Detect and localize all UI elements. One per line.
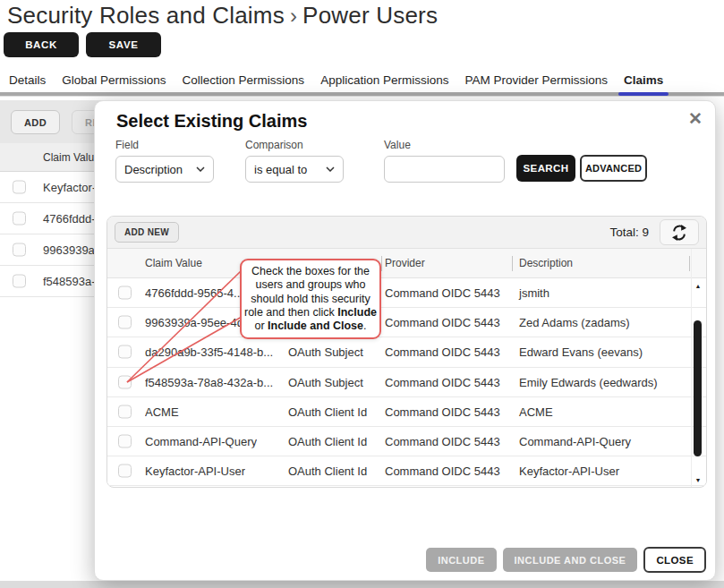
refresh-icon	[670, 224, 688, 242]
claims-grid: ADD NEW Total: 9 Claim Value Claim Type …	[106, 216, 707, 488]
claim-value-cell: 9963939a-95ee-4d...	[145, 316, 253, 329]
header-actions: BACK SAVE	[4, 32, 161, 57]
field-select[interactable]: Description	[115, 156, 214, 183]
include-button[interactable]: INCLUDE	[426, 548, 496, 572]
field-label: Field	[115, 139, 214, 151]
close-button[interactable]: CLOSE	[643, 547, 706, 573]
claim-value-cell: Command-API-Query	[145, 435, 257, 448]
row-checkbox[interactable]	[118, 435, 132, 448]
column-divider	[512, 256, 513, 271]
grid-toolbar: ADD NEW Total: 9	[107, 217, 706, 249]
table-row: 4766fddd-9565-4... OAuth Subject Command…	[107, 278, 706, 308]
grid-header-row: Claim Value Claim Type Provider Descript…	[107, 249, 706, 278]
tab-claims[interactable]: Claims	[624, 73, 663, 92]
page-title: Security Roles and Claims›Power Users	[7, 2, 438, 30]
scroll-down-icon[interactable]: ▼	[693, 477, 703, 483]
value-filter-group: Value	[384, 139, 505, 183]
row-checkbox[interactable]	[13, 243, 26, 257]
breadcrumb-root: Security Roles and Claims	[7, 2, 285, 29]
app-root: Security Roles and Claims›Power Users BA…	[0, 0, 724, 588]
provider-cell: Command OIDC 5443	[385, 345, 500, 359]
field-filter-group: Field Description	[115, 139, 214, 183]
column-divider	[381, 256, 382, 271]
tab-global-permissions[interactable]: Global Permissions	[62, 73, 166, 92]
claim-type-cell: OAuth Subject	[288, 345, 363, 359]
row-checkbox[interactable]	[118, 316, 132, 329]
claim-type-cell: OAuth Client Id	[288, 464, 367, 478]
claim-value-cell: Keyfactor-	[43, 181, 96, 194]
value-input[interactable]	[384, 156, 505, 183]
table-scrollbar[interactable]: ▲ ▼	[693, 283, 703, 483]
row-checkbox[interactable]	[118, 345, 132, 359]
claim-value-cell: 4766fddd-	[43, 212, 96, 226]
table-row: Keyfactor-API-User OAuth Client Id Comma…	[107, 456, 706, 486]
row-checkbox[interactable]	[118, 464, 132, 478]
add-button[interactable]: ADD	[11, 110, 60, 134]
row-checkbox[interactable]	[118, 375, 132, 388]
tab-bar: Details Global Permissions Collection Pe…	[9, 73, 663, 92]
claim-value-cell: ACME	[145, 405, 179, 418]
description-cell: Keyfactor-API-User	[519, 464, 619, 478]
annotation-bold-include: Include	[337, 306, 377, 319]
column-provider: Provider	[385, 257, 425, 269]
chevron-down-icon	[326, 166, 335, 172]
column-claim-value: Claim Value	[43, 151, 100, 164]
add-new-button[interactable]: ADD NEW	[115, 222, 179, 243]
provider-cell: Command OIDC 5443	[385, 375, 500, 388]
claim-value-cell: da290a9b-33f5-4148-b...	[145, 345, 273, 359]
breadcrumb-separator-icon: ›	[285, 4, 302, 28]
row-checkbox[interactable]	[13, 212, 26, 226]
scrollbar-thumb[interactable]	[694, 320, 702, 456]
tab-application-permissions[interactable]: Application Permissions	[320, 73, 448, 92]
claim-type-cell: OAuth Subject	[288, 375, 363, 388]
include-and-close-button[interactable]: INCLUDE AND CLOSE	[503, 548, 638, 572]
annotation-text: or	[254, 320, 268, 332]
claim-value-cell: f548593a-78a8-432a-b...	[145, 375, 273, 388]
scroll-up-icon[interactable]: ▲	[693, 283, 703, 289]
comparison-filter-group: Comparison is equal to	[245, 139, 344, 183]
advanced-button[interactable]: ADVANCED	[580, 155, 647, 182]
search-button[interactable]: SEARCH	[516, 155, 575, 182]
claim-type-cell: OAuth Client Id	[288, 405, 367, 418]
row-checkbox[interactable]	[13, 181, 26, 194]
comparison-select[interactable]: is equal to	[245, 156, 344, 183]
dialog-footer: INCLUDE INCLUDE AND CLOSE CLOSE	[426, 547, 706, 573]
value-label: Value	[384, 139, 505, 151]
claim-type-cell: OAuth Client Id	[288, 435, 367, 448]
breadcrumb-current: Power Users	[302, 2, 438, 29]
row-checkbox[interactable]	[13, 275, 26, 288]
description-cell: ACME	[519, 405, 553, 418]
select-existing-claims-dialog: Select Existing Claims ✕ Field Descripti…	[94, 100, 716, 581]
save-button[interactable]: SAVE	[86, 32, 161, 57]
claim-value-cell: 4766fddd-9565-4...	[145, 286, 243, 300]
row-checkbox[interactable]	[118, 405, 132, 418]
description-cell: Edward Evans (eevans)	[519, 345, 643, 359]
description-cell: jsmith	[519, 286, 549, 300]
provider-cell: Command OIDC 5443	[385, 316, 500, 329]
table-row: 9963939a-95ee-4d... OAuth Subject Comman…	[107, 308, 706, 337]
claim-value-cell: Keyfactor-API-User	[145, 464, 245, 478]
tabs-divider	[0, 92, 724, 96]
chevron-down-icon	[196, 166, 205, 172]
annotation-text: .	[363, 320, 366, 332]
provider-cell: Command OIDC 5443	[385, 405, 500, 418]
close-icon[interactable]: ✕	[688, 108, 703, 129]
comparison-label: Comparison	[245, 139, 344, 151]
column-description: Description	[519, 257, 573, 269]
field-select-value: Description	[124, 163, 183, 176]
description-cell: Emily Edwards (eedwards)	[519, 375, 658, 388]
tab-details[interactable]: Details	[9, 73, 46, 92]
back-button[interactable]: BACK	[4, 32, 79, 57]
table-row: da290a9b-33f5-4148-b... OAuth Subject Co…	[107, 337, 706, 367]
dialog-title: Select Existing Claims	[116, 111, 307, 132]
tab-collection-permissions[interactable]: Collection Permissions	[183, 73, 305, 92]
column-divider	[689, 256, 690, 271]
tab-pam-provider-permissions[interactable]: PAM Provider Permissions	[464, 73, 608, 92]
comparison-select-value: is equal to	[254, 163, 307, 176]
table-row: Command-API-Query OAuth Client Id Comman…	[107, 427, 706, 456]
claim-value-cell: f548593a-	[43, 275, 96, 288]
table-row: f548593a-78a8-432a-b... OAuth Subject Co…	[107, 368, 706, 397]
row-checkbox[interactable]	[118, 286, 132, 300]
refresh-button[interactable]	[660, 219, 699, 245]
claim-value-cell: 9963939a-	[43, 243, 98, 257]
